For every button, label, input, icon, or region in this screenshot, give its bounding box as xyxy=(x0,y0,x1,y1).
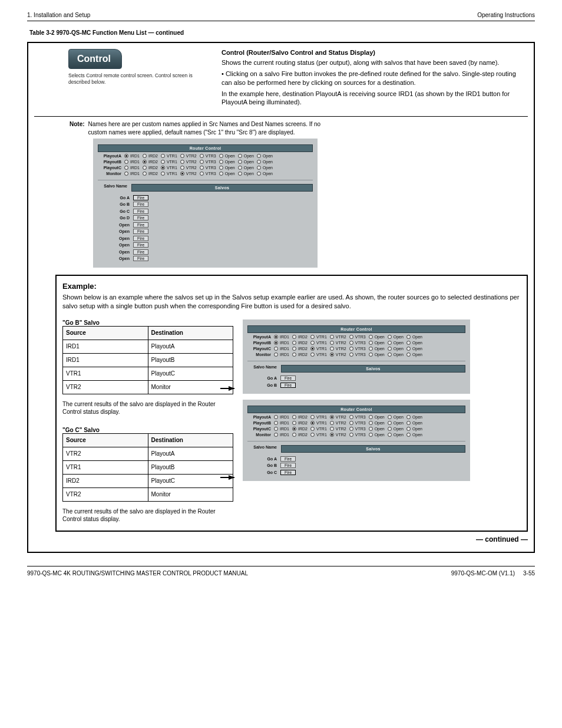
fire-button[interactable]: Fire xyxy=(280,383,296,388)
router-source-option[interactable]: Open xyxy=(406,415,422,419)
router-source-option[interactable]: Open xyxy=(406,347,422,351)
router-source-option[interactable]: VTR2 xyxy=(330,415,346,419)
router-source-option[interactable]: VTR3 xyxy=(200,172,216,176)
router-source-option[interactable]: VTR1 xyxy=(310,347,327,351)
router-source-option[interactable]: Open xyxy=(219,154,235,158)
router-source-option[interactable]: VTR3 xyxy=(200,160,216,164)
fire-button[interactable]: Fire xyxy=(133,236,148,241)
fire-button[interactable]: Fire xyxy=(133,242,148,248)
router-source-option[interactable]: VTR3 xyxy=(349,353,366,357)
router-source-option[interactable]: VTR2 xyxy=(180,166,197,170)
fire-button[interactable]: Fire xyxy=(280,375,296,381)
router-source-option[interactable]: IRD2 xyxy=(143,172,158,176)
fire-button[interactable]: Fire xyxy=(133,202,148,207)
router-source-option[interactable]: VTR2 xyxy=(330,421,346,425)
router-source-option[interactable]: VTR3 xyxy=(349,433,366,437)
router-source-option[interactable]: Open xyxy=(388,433,404,437)
router-source-option[interactable]: IRD1 xyxy=(274,353,289,357)
router-source-option[interactable]: VTR2 xyxy=(180,160,197,164)
router-source-option[interactable]: IRD1 xyxy=(124,154,140,158)
router-source-option[interactable]: Open xyxy=(369,335,385,339)
router-source-option[interactable]: VTR1 xyxy=(310,433,327,437)
router-source-option[interactable]: IRD1 xyxy=(274,347,289,351)
router-source-option[interactable]: Open xyxy=(257,154,273,158)
router-source-option[interactable]: IRD2 xyxy=(143,166,158,170)
router-source-option[interactable]: VTR1 xyxy=(161,160,177,164)
router-source-option[interactable]: Open xyxy=(369,347,385,351)
fire-button[interactable]: Fire xyxy=(133,249,148,255)
router-source-option[interactable]: Open xyxy=(388,421,404,425)
fire-button[interactable]: Fire xyxy=(133,229,148,234)
router-source-option[interactable]: Open xyxy=(388,415,404,419)
router-source-option[interactable]: IRD1 xyxy=(124,166,140,170)
router-source-option[interactable]: VTR1 xyxy=(310,427,327,431)
fire-button[interactable]: Fire xyxy=(133,222,148,228)
router-source-option[interactable]: IRD1 xyxy=(274,427,289,431)
router-source-option[interactable]: IRD1 xyxy=(274,433,289,437)
router-source-option[interactable]: VTR3 xyxy=(200,166,216,170)
router-source-option[interactable]: IRD2 xyxy=(143,154,158,158)
router-source-option[interactable]: IRD1 xyxy=(124,172,140,176)
router-source-option[interactable]: Open xyxy=(369,421,385,425)
router-source-option[interactable]: IRD2 xyxy=(292,415,308,419)
router-source-option[interactable]: Open xyxy=(369,427,385,431)
fire-button[interactable]: Fire xyxy=(280,456,296,462)
router-source-option[interactable]: Open xyxy=(219,166,235,170)
router-source-option[interactable]: Open xyxy=(388,341,404,345)
router-source-option[interactable]: IRD2 xyxy=(292,347,308,351)
router-source-option[interactable]: IRD1 xyxy=(124,160,140,164)
router-source-option[interactable]: Open xyxy=(257,166,273,170)
router-source-option[interactable]: IRD2 xyxy=(292,427,308,431)
router-source-option[interactable]: IRD2 xyxy=(292,341,308,345)
router-source-option[interactable]: Open xyxy=(406,433,422,437)
router-source-option[interactable]: IRD1 xyxy=(274,341,289,345)
router-source-option[interactable]: Open xyxy=(388,353,404,357)
router-source-option[interactable]: VTR2 xyxy=(330,341,346,345)
router-source-option[interactable]: VTR2 xyxy=(330,335,346,339)
router-source-option[interactable]: Open xyxy=(238,166,254,170)
router-source-option[interactable]: VTR1 xyxy=(310,335,327,339)
router-source-option[interactable]: Open xyxy=(388,335,404,339)
router-source-option[interactable]: Open xyxy=(238,154,254,158)
router-source-option[interactable]: IRD2 xyxy=(292,353,308,357)
router-source-option[interactable]: VTR2 xyxy=(330,433,346,437)
router-source-option[interactable]: VTR3 xyxy=(200,154,216,158)
router-source-option[interactable]: VTR2 xyxy=(330,347,346,351)
router-source-option[interactable]: VTR1 xyxy=(310,341,327,345)
router-source-option[interactable]: VTR2 xyxy=(180,154,197,158)
router-source-option[interactable]: IRD1 xyxy=(274,335,289,339)
router-source-option[interactable]: VTR1 xyxy=(161,166,177,170)
router-source-option[interactable]: VTR2 xyxy=(180,172,197,176)
router-source-option[interactable]: Open xyxy=(369,433,385,437)
router-source-option[interactable]: VTR2 xyxy=(330,427,346,431)
router-source-option[interactable]: VTR1 xyxy=(161,172,177,176)
router-source-option[interactable]: IRD2 xyxy=(292,421,308,425)
router-source-option[interactable]: Open xyxy=(406,427,422,431)
router-source-option[interactable]: IRD2 xyxy=(292,335,308,339)
router-source-option[interactable]: IRD2 xyxy=(143,160,158,164)
router-source-option[interactable]: IRD1 xyxy=(274,421,289,425)
router-source-option[interactable]: VTR3 xyxy=(349,341,366,345)
router-source-option[interactable]: VTR1 xyxy=(310,415,327,419)
router-source-option[interactable]: Open xyxy=(388,347,404,351)
control-tab[interactable]: Control xyxy=(68,49,122,69)
router-source-option[interactable]: Open xyxy=(406,353,422,357)
router-source-option[interactable]: VTR2 xyxy=(330,353,346,357)
router-source-option[interactable]: Open xyxy=(219,160,235,164)
router-source-option[interactable]: Open xyxy=(406,341,422,345)
router-source-option[interactable]: IRD2 xyxy=(292,433,308,437)
router-source-option[interactable]: Open xyxy=(388,427,404,431)
router-source-option[interactable]: VTR3 xyxy=(349,347,366,351)
fire-button[interactable]: Fire xyxy=(133,256,148,261)
fire-button[interactable]: Fire xyxy=(280,470,296,475)
router-source-option[interactable]: VTR3 xyxy=(349,421,366,425)
fire-button[interactable]: Fire xyxy=(133,215,148,220)
router-source-option[interactable]: Open xyxy=(257,160,273,164)
router-source-option[interactable]: Open xyxy=(219,172,235,176)
router-source-option[interactable]: VTR3 xyxy=(349,415,366,419)
router-source-option[interactable]: Open xyxy=(238,160,254,164)
fire-button[interactable]: Fire xyxy=(133,195,148,200)
fire-button[interactable]: Fire xyxy=(280,463,296,468)
router-source-option[interactable]: VTR1 xyxy=(161,154,177,158)
router-source-option[interactable]: VTR1 xyxy=(310,421,327,425)
